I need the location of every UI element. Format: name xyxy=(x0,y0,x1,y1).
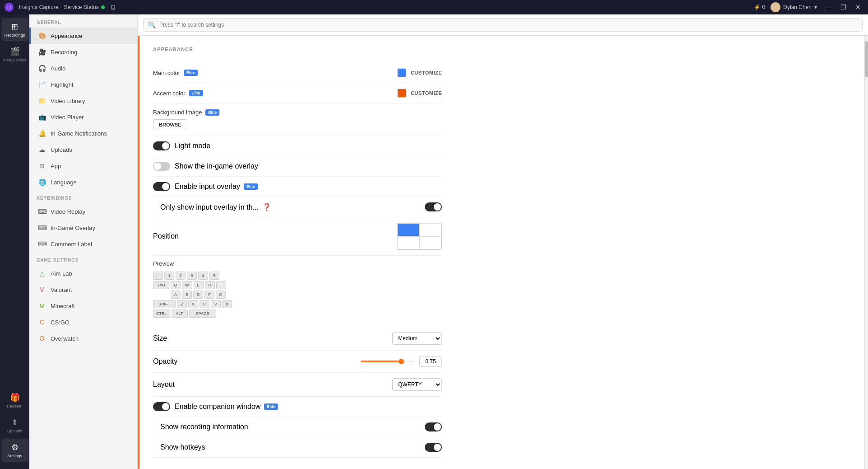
nav-item-aim-lab[interactable]: △ Aim Lab xyxy=(29,265,137,281)
search-input[interactable] xyxy=(159,22,858,28)
opacity-value: 0.75 xyxy=(419,356,442,367)
position-cell-top-left[interactable] xyxy=(397,223,419,236)
app-nav-label: App xyxy=(51,163,61,169)
main-color-row: Main color Elite CUSTOMIZE xyxy=(153,63,442,83)
main-color-customize-button[interactable]: CUSTOMIZE xyxy=(411,70,442,75)
sidebar-item-settings[interactable]: ⚙ Settings xyxy=(1,439,28,462)
sidebar-item-redeem[interactable]: 🎁 Redeem xyxy=(1,389,28,412)
companion-window-label-group: Enable companion window Elite xyxy=(170,403,442,411)
in-game-overlay-nav-label: In-Game Overlay xyxy=(51,225,95,231)
kb-key-t: T xyxy=(216,281,226,289)
nav-item-app[interactable]: ⊞ App xyxy=(29,158,137,174)
only-show-overlay-label: Only show input overlay in th... xyxy=(160,203,259,211)
nav-item-video-player[interactable]: 📺 Video Player xyxy=(29,109,137,125)
layout-row: Layout QWERTY AZERTY DVORAK xyxy=(153,373,442,397)
position-cell-bottom-left[interactable] xyxy=(397,236,419,249)
nav-item-highlight[interactable]: 📄 Highlight xyxy=(29,76,137,93)
merge-video-icon: 🎬 xyxy=(10,47,20,56)
comment-label-nav-label: Comment Label xyxy=(51,241,92,248)
kb-key-alt: ALT xyxy=(172,310,188,318)
audio-nav-icon: 🎧 xyxy=(38,65,46,72)
nav-item-appearance[interactable]: 🎨 Appearance xyxy=(29,28,137,44)
scrollbar-thumb[interactable] xyxy=(865,41,868,77)
nav-item-video-replay[interactable]: ⌨ Video Replay xyxy=(29,203,137,220)
main-color-swatch[interactable] xyxy=(397,68,406,77)
nav-item-audio[interactable]: 🎧 Audio xyxy=(29,60,137,76)
video-player-nav-icon: 📺 xyxy=(38,113,46,121)
close-button[interactable]: ✕ xyxy=(853,3,863,12)
aim-lab-nav-icon: △ xyxy=(38,270,46,277)
opacity-slider-container[interactable] xyxy=(361,361,415,362)
csgo-nav-icon: C xyxy=(38,319,46,326)
nav-item-video-library[interactable]: 📁 Video Library xyxy=(29,93,137,109)
position-row: Position xyxy=(153,217,442,256)
size-row: Size Small Medium Large xyxy=(153,327,442,351)
kb-row-4: SHIFT Z X C V B xyxy=(153,300,442,308)
accent-color-row: Accent color Elite CUSTOMIZE xyxy=(153,83,442,103)
only-show-overlay-toggle[interactable] xyxy=(425,202,442,211)
show-recording-toggle[interactable] xyxy=(425,422,442,431)
nav-item-in-game-overlay[interactable]: ⌨ In-Game Overlay xyxy=(29,220,137,236)
chevron-down-icon: ▾ xyxy=(814,4,817,10)
nav-item-in-game-notifications[interactable]: 🔔 In-Game Notifications xyxy=(29,125,137,141)
nav-item-overwatch[interactable]: O Overwatch xyxy=(29,330,137,347)
vertical-scrollbar[interactable] xyxy=(864,36,868,469)
layout-select[interactable]: QWERTY AZERTY DVORAK xyxy=(392,378,442,391)
titlebar-left: Insights Capture Service Status 🖥 xyxy=(5,3,116,12)
nav-item-minecraft[interactable]: M Minecraft xyxy=(29,298,137,314)
opacity-thumb[interactable] xyxy=(399,359,404,364)
nav-item-comment-label[interactable]: ⌨ Comment Label xyxy=(29,236,137,252)
user-menu[interactable]: DC Dylan Chen ▾ xyxy=(771,2,817,12)
accent-color-swatch[interactable] xyxy=(397,89,406,98)
accent-color-label-group: Accent color Elite xyxy=(153,90,203,97)
light-mode-label: Light mode xyxy=(170,142,442,150)
companion-window-toggle[interactable] xyxy=(153,402,170,411)
app-logo-icon xyxy=(5,3,14,12)
nav-item-recording[interactable]: 🎥 Recording xyxy=(29,44,137,60)
screen-icon: 🖥 xyxy=(110,4,116,11)
credits-count: 0 xyxy=(762,4,766,10)
show-hotkeys-toggle[interactable] xyxy=(425,443,442,452)
sidebar-item-uploads[interactable]: ⬆ Uploads xyxy=(1,414,28,437)
recording-nav-label: Recording xyxy=(51,49,77,56)
companion-window-label: Enable companion window xyxy=(175,403,260,411)
kb-key-w: W xyxy=(182,281,192,289)
nav-item-uploads[interactable]: ☁ Uploads xyxy=(29,141,137,158)
browse-button[interactable]: BROWSE xyxy=(153,119,187,130)
in-game-overlay-toggle[interactable] xyxy=(153,162,170,171)
accent-color-customize-button[interactable]: CUSTOMIZE xyxy=(411,90,442,96)
content-inner: APPEARANCE Main color Elite CUSTOMIZE xyxy=(139,36,455,469)
sidebar-item-merge-video[interactable]: 🎬 Merge Video xyxy=(1,43,28,66)
status-dot-icon xyxy=(101,5,105,9)
position-cell-bottom-right[interactable] xyxy=(419,236,441,249)
opacity-label: Opacity xyxy=(153,357,177,366)
nav-item-language[interactable]: 🌐 Language xyxy=(29,174,137,190)
keybindings-section-label: KEYBINDINGS xyxy=(29,190,137,203)
kb-key-space: SPACE xyxy=(189,310,216,318)
game-settings-section-label: GAME SETTINGS xyxy=(29,252,137,265)
companion-window-row: Enable companion window Elite xyxy=(153,397,442,417)
light-mode-toggle[interactable] xyxy=(153,141,170,150)
sidebar-bottom: 🎁 Redeem ⬆ Uploads ⚙ Settings xyxy=(1,389,28,465)
size-select[interactable]: Small Medium Large xyxy=(392,332,442,345)
in-game-overlay-nav-icon: ⌨ xyxy=(38,224,46,231)
appearance-nav-icon: 🎨 xyxy=(38,32,46,39)
video-replay-nav-icon: ⌨ xyxy=(38,208,46,215)
settings-nav-panel: GENERAL 🎨 Appearance 🎥 Recording 🎧 Audio… xyxy=(29,14,138,469)
kb-key-b: B xyxy=(222,300,232,308)
language-nav-label: Language xyxy=(51,179,77,186)
minimize-button[interactable]: — xyxy=(822,3,834,12)
nav-item-csgo[interactable]: C CS:GO xyxy=(29,314,137,330)
sidebar-item-recordings[interactable]: ⊞ Recordings xyxy=(1,18,28,41)
content-area: APPEARANCE Main color Elite CUSTOMIZE xyxy=(138,36,864,469)
restore-button[interactable]: ❐ xyxy=(838,3,849,12)
kb-key-c: C xyxy=(200,300,209,308)
service-status-label: Service Status xyxy=(64,4,98,10)
nav-item-valorant[interactable]: V Valorant xyxy=(29,281,137,298)
lightning-icon: ⚡ xyxy=(754,4,761,10)
position-cell-top-right[interactable] xyxy=(419,223,441,236)
kb-key-g: G xyxy=(216,291,226,299)
input-overlay-toggle[interactable] xyxy=(153,182,170,191)
valorant-nav-label: Valorant xyxy=(51,286,72,293)
video-library-nav-icon: 📁 xyxy=(38,97,46,104)
